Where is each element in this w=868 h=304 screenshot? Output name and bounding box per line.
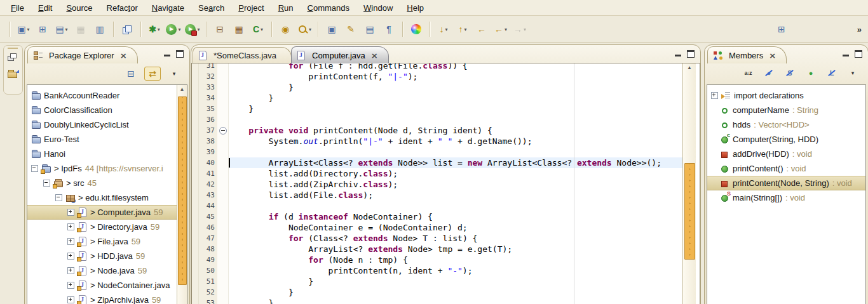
tree-expander[interactable] <box>711 92 718 99</box>
menu-run[interactable]: Run <box>271 1 301 15</box>
tree-item[interactable]: BankAccountReader <box>27 88 187 103</box>
highlight-button[interactable]: ✎ <box>342 22 360 37</box>
run-last-button[interactable]: ▶▾ <box>184 22 201 37</box>
menu-source[interactable]: Source <box>59 1 99 15</box>
scroll-up-icon[interactable]: ▲ <box>683 63 696 72</box>
run-button[interactable]: ▶▾ <box>165 22 182 37</box>
color-theme-button[interactable] <box>407 22 425 37</box>
show-source-button[interactable]: ▤ <box>361 22 379 37</box>
minimize-icon[interactable] <box>675 55 681 56</box>
tree-expander[interactable] <box>31 165 38 172</box>
close-icon[interactable]: × <box>769 51 776 60</box>
tree-expander[interactable] <box>67 238 74 245</box>
member-item[interactable]: Computer(String, HDD) <box>707 132 865 147</box>
previous-annotation-button[interactable]: ↑▾ <box>454 22 471 37</box>
member-item[interactable]: main(String[]) : void <box>707 190 865 205</box>
new-class-button[interactable]: C▾ <box>249 22 267 37</box>
tree-expander[interactable] <box>67 296 74 303</box>
open-type-button[interactable]: ◉ <box>276 22 294 37</box>
compare-views-button[interactable] <box>118 22 136 37</box>
member-item[interactable]: addDrive(HDD) : void <box>707 147 865 161</box>
menu-search[interactable]: Search <box>191 1 231 15</box>
new-wizard-button[interactable]: ▣▾ <box>15 22 32 37</box>
hide-static-button[interactable]: S <box>782 67 797 79</box>
editor-scrollbar[interactable]: ▲ <box>682 63 696 304</box>
new-package-button[interactable]: ▦ <box>230 22 248 37</box>
members-tab[interactable]: Members × <box>707 46 787 63</box>
menu-commands[interactable]: Commands <box>301 1 356 15</box>
tree-item[interactable]: > File.java59 <box>27 234 187 249</box>
toolbar-overflow-button[interactable]: » <box>857 25 862 34</box>
hide-fields-button[interactable]: ● <box>761 67 776 79</box>
tree-item[interactable]: DoublyLinkedCyclicList <box>27 117 187 132</box>
menu-window[interactable]: Window <box>356 1 400 15</box>
tree-item[interactable]: > HDD.java59 <box>27 249 187 263</box>
view-menu-button[interactable]: ▾ <box>845 67 860 79</box>
menu-refactor[interactable]: Refactor <box>100 1 145 15</box>
new-java-project-button[interactable]: ⊟ <box>211 22 229 37</box>
new-view-button[interactable]: ▤▾ <box>53 22 71 37</box>
code-editor[interactable]: for (File f : hdd.get(File.class)) { pri… <box>229 63 682 304</box>
new-editor-button[interactable]: ⊞ <box>34 22 51 37</box>
fold-collapse-icon[interactable] <box>219 127 227 135</box>
tree-expander[interactable] <box>55 194 62 201</box>
menu-file[interactable]: File <box>4 1 31 15</box>
save-button[interactable]: ▦ <box>72 22 90 37</box>
menu-project[interactable]: Project <box>231 1 271 15</box>
tree-item[interactable]: Hanoi <box>27 147 187 161</box>
tree-item[interactable]: ColorClassification <box>27 103 187 117</box>
collapse-all-button[interactable]: ⊟ <box>123 67 139 80</box>
package-explorer-tree[interactable]: BankAccountReaderColorClassificationDoub… <box>27 84 187 304</box>
open-perspective-button[interactable]: ⊞ <box>773 22 790 37</box>
menu-navigate[interactable]: Navigate <box>145 1 191 15</box>
folding-gutter[interactable] <box>217 63 229 304</box>
tree-expander[interactable] <box>67 282 74 289</box>
next-annotation-button[interactable]: ↓▾ <box>435 22 452 37</box>
sort-members-button[interactable]: a↓z <box>740 67 756 79</box>
tree-expander[interactable] <box>67 267 74 274</box>
editor-tab-computer[interactable]: Computer.java × <box>291 46 389 63</box>
tree-item[interactable]: > edu.kit.filesystem <box>27 190 187 205</box>
member-item[interactable]: computerName : String <box>707 103 865 117</box>
tree-item[interactable]: > src45 <box>27 176 187 190</box>
print-button[interactable]: ▥ <box>91 22 109 37</box>
members-list-area[interactable]: import declarationscomputerName : String… <box>707 84 866 304</box>
minimize-icon[interactable] <box>164 55 170 56</box>
tree-expander[interactable] <box>67 223 74 230</box>
package-explorer-tab[interactable]: Package Explorer × <box>27 46 138 63</box>
member-item[interactable]: printContent() : void <box>707 161 865 176</box>
scroll-up-icon[interactable]: ▲ <box>177 85 187 94</box>
tree-item[interactable]: > ZipArchiv.java59 <box>27 293 187 304</box>
scrollbar-thumb[interactable] <box>178 96 187 285</box>
tree-item[interactable]: > Directory.java59 <box>27 220 187 234</box>
tree-item[interactable]: > NodeContainer.java <box>27 278 187 293</box>
tree-item[interactable]: Euro-Test <box>27 132 187 147</box>
tree-expander[interactable] <box>67 209 74 216</box>
menu-edit[interactable]: Edit <box>31 1 59 15</box>
tree-expander[interactable] <box>43 180 50 187</box>
minimize-icon[interactable] <box>843 55 849 56</box>
maximize-icon[interactable] <box>855 50 862 58</box>
forward-button[interactable]: →▾ <box>511 22 529 37</box>
mark-occurrences-button[interactable]: ▣ <box>323 22 341 37</box>
search-button[interactable]: ▾ <box>295 22 313 37</box>
hide-local-types-button[interactable]: L <box>824 67 839 79</box>
member-item[interactable]: hdds : Vector<HDD> <box>707 117 865 132</box>
editor-tab-someclass[interactable]: *SomeClass.java <box>193 47 292 63</box>
maximize-icon[interactable] <box>176 50 184 58</box>
back-button[interactable]: ←▾ <box>492 22 510 37</box>
close-icon[interactable]: × <box>371 51 378 60</box>
last-edit-location-button[interactable]: ← <box>473 22 491 37</box>
member-item[interactable]: import declarations <box>707 88 865 103</box>
view-menu-button[interactable]: ▾ <box>166 67 182 80</box>
restore-fast-view-button[interactable] <box>7 52 18 62</box>
tree-item[interactable]: > IpdFs44 [https://svnserver.i <box>27 161 187 176</box>
hide-nonpublic-button[interactable]: ● <box>803 67 818 79</box>
member-item[interactable]: printContent(Node, String) : void <box>707 176 865 190</box>
scrollbar-thumb[interactable] <box>684 163 695 260</box>
tree-item[interactable]: > Node.java59 <box>27 263 187 278</box>
show-whitespace-button[interactable]: ¶ <box>380 22 398 37</box>
maximize-icon[interactable] <box>687 50 695 58</box>
link-with-editor-button[interactable]: ⇄ <box>144 67 161 81</box>
tree-item[interactable]: > Computer.java59 <box>27 205 187 220</box>
